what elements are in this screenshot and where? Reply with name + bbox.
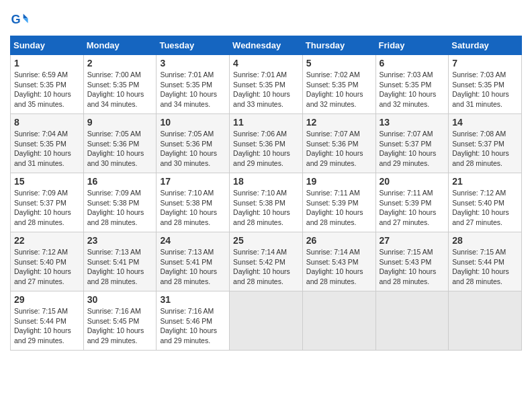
cell-info: Sunrise: 7:10 AM Sunset: 5:38 PM Dayligh… [160,188,226,228]
cell-info: Sunrise: 7:13 AM Sunset: 5:41 PM Dayligh… [87,247,153,287]
calendar-cell: 21 Sunrise: 7:12 AM Sunset: 5:40 PM Dayl… [449,173,522,232]
cell-info: Sunrise: 7:11 AM Sunset: 5:39 PM Dayligh… [380,188,445,228]
col-header-wednesday: Wednesday [230,36,303,55]
day-number: 15 [14,176,80,187]
calendar-cell: 11 Sunrise: 7:06 AM Sunset: 5:36 PM Dayl… [230,114,303,173]
calendar-cell: 7 Sunrise: 7:03 AM Sunset: 5:35 PM Dayli… [449,55,522,114]
day-number: 3 [160,58,226,68]
calendar-cell: 20 Sunrise: 7:11 AM Sunset: 5:39 PM Dayl… [375,173,449,232]
cell-info: Sunrise: 7:13 AM Sunset: 5:41 PM Dayligh… [160,247,226,287]
cell-info: Sunrise: 7:15 AM Sunset: 5:44 PM Dayligh… [14,306,80,346]
calendar-cell: 17 Sunrise: 7:10 AM Sunset: 5:38 PM Dayl… [157,173,230,232]
day-number: 7 [452,58,518,68]
day-number: 26 [306,235,372,246]
cell-info: Sunrise: 7:03 AM Sunset: 5:35 PM Dayligh… [452,70,518,109]
cell-info: Sunrise: 7:01 AM Sunset: 5:35 PM Dayligh… [160,70,226,109]
day-number: 17 [160,176,226,187]
day-number: 10 [160,117,226,128]
calendar-cell: 23 Sunrise: 7:13 AM Sunset: 5:41 PM Dayl… [83,232,157,291]
day-number: 20 [380,176,445,187]
day-number: 4 [233,58,299,68]
calendar-cell: 22 Sunrise: 7:12 AM Sunset: 5:40 PM Dayl… [11,232,84,291]
cell-info: Sunrise: 7:16 AM Sunset: 5:45 PM Dayligh… [87,306,153,346]
cell-info: Sunrise: 7:05 AM Sunset: 5:36 PM Dayligh… [87,129,153,169]
day-number: 18 [233,176,299,187]
calendar-cell [230,291,303,351]
calendar-cell: 4 Sunrise: 7:01 AM Sunset: 5:35 PM Dayli… [230,55,303,114]
cell-info: Sunrise: 7:12 AM Sunset: 5:40 PM Dayligh… [14,247,80,287]
calendar-cell [375,291,449,351]
day-number: 9 [87,117,153,128]
cell-info: Sunrise: 7:06 AM Sunset: 5:36 PM Dayligh… [233,129,299,169]
day-number: 13 [380,117,445,128]
cell-info: Sunrise: 7:03 AM Sunset: 5:35 PM Dayligh… [380,70,445,109]
calendar-cell: 29 Sunrise: 7:15 AM Sunset: 5:44 PM Dayl… [11,291,84,351]
week-row-3: 15 Sunrise: 7:09 AM Sunset: 5:37 PM Dayl… [11,173,522,232]
week-row-1: 1 Sunrise: 6:59 AM Sunset: 5:35 PM Dayli… [11,55,522,114]
cell-info: Sunrise: 7:15 AM Sunset: 5:43 PM Dayligh… [380,247,445,287]
day-number: 16 [87,176,153,187]
cell-info: Sunrise: 7:11 AM Sunset: 5:39 PM Dayligh… [306,188,372,228]
col-header-saturday: Saturday [449,36,522,55]
day-number: 25 [233,235,299,246]
calendar-cell: 19 Sunrise: 7:11 AM Sunset: 5:39 PM Dayl… [302,173,375,232]
calendar-cell [302,291,375,351]
cell-info: Sunrise: 7:08 AM Sunset: 5:37 PM Dayligh… [452,129,518,169]
week-row-4: 22 Sunrise: 7:12 AM Sunset: 5:40 PM Dayl… [11,232,522,291]
day-number: 28 [452,235,518,246]
cell-info: Sunrise: 7:05 AM Sunset: 5:36 PM Dayligh… [160,129,226,169]
cell-info: Sunrise: 7:14 AM Sunset: 5:43 PM Dayligh… [306,247,372,287]
day-number: 2 [87,58,153,68]
day-number: 29 [14,294,80,305]
day-number: 22 [14,235,80,246]
week-row-5: 29 Sunrise: 7:15 AM Sunset: 5:44 PM Dayl… [11,291,522,351]
day-number: 31 [160,294,226,305]
cell-info: Sunrise: 7:02 AM Sunset: 5:35 PM Dayligh… [306,70,372,109]
day-number: 11 [233,117,299,128]
logo: G [10,10,32,29]
day-number: 6 [380,58,445,68]
calendar-cell [449,291,522,351]
calendar-cell: 13 Sunrise: 7:07 AM Sunset: 5:37 PM Dayl… [375,114,449,173]
cell-info: Sunrise: 7:12 AM Sunset: 5:40 PM Dayligh… [452,188,518,228]
cell-info: Sunrise: 7:09 AM Sunset: 5:38 PM Dayligh… [87,188,153,228]
page-header: G [10,10,522,29]
cell-info: Sunrise: 7:01 AM Sunset: 5:35 PM Dayligh… [233,70,299,109]
cell-info: Sunrise: 7:07 AM Sunset: 5:37 PM Dayligh… [380,129,445,169]
day-number: 27 [380,235,445,246]
calendar-table: SundayMondayTuesdayWednesdayThursdayFrid… [10,36,522,351]
logo-icon: G [10,10,29,29]
calendar-cell: 31 Sunrise: 7:16 AM Sunset: 5:46 PM Dayl… [157,291,230,351]
svg-marker-2 [24,19,28,24]
day-number: 12 [306,117,372,128]
calendar-cell: 10 Sunrise: 7:05 AM Sunset: 5:36 PM Dayl… [157,114,230,173]
calendar-cell: 6 Sunrise: 7:03 AM Sunset: 5:35 PM Dayli… [375,55,449,114]
calendar-cell: 3 Sunrise: 7:01 AM Sunset: 5:35 PM Dayli… [157,55,230,114]
col-header-thursday: Thursday [302,36,375,55]
calendar-cell: 12 Sunrise: 7:07 AM Sunset: 5:36 PM Dayl… [302,114,375,173]
svg-text:G: G [11,13,20,26]
calendar-cell: 18 Sunrise: 7:10 AM Sunset: 5:38 PM Dayl… [230,173,303,232]
calendar-cell: 5 Sunrise: 7:02 AM Sunset: 5:35 PM Dayli… [302,55,375,114]
cell-info: Sunrise: 7:07 AM Sunset: 5:36 PM Dayligh… [306,129,372,169]
col-header-sunday: Sunday [11,36,84,55]
col-header-tuesday: Tuesday [157,36,230,55]
cell-info: Sunrise: 7:15 AM Sunset: 5:44 PM Dayligh… [452,247,518,287]
calendar-cell: 30 Sunrise: 7:16 AM Sunset: 5:45 PM Dayl… [83,291,157,351]
cell-info: Sunrise: 7:10 AM Sunset: 5:38 PM Dayligh… [233,188,299,228]
calendar-cell: 27 Sunrise: 7:15 AM Sunset: 5:43 PM Dayl… [375,232,449,291]
cell-info: Sunrise: 7:14 AM Sunset: 5:42 PM Dayligh… [233,247,299,287]
calendar-cell: 8 Sunrise: 7:04 AM Sunset: 5:35 PM Dayli… [11,114,84,173]
day-number: 21 [452,176,518,187]
cell-info: Sunrise: 6:59 AM Sunset: 5:35 PM Dayligh… [14,70,80,109]
svg-marker-1 [24,14,28,19]
calendar-cell: 28 Sunrise: 7:15 AM Sunset: 5:44 PM Dayl… [449,232,522,291]
day-number: 8 [14,117,80,128]
cell-info: Sunrise: 7:09 AM Sunset: 5:37 PM Dayligh… [14,188,80,228]
day-number: 5 [306,58,372,68]
day-number: 23 [87,235,153,246]
calendar-cell: 15 Sunrise: 7:09 AM Sunset: 5:37 PM Dayl… [11,173,84,232]
calendar-cell: 16 Sunrise: 7:09 AM Sunset: 5:38 PM Dayl… [83,173,157,232]
day-number: 14 [452,117,518,128]
cell-info: Sunrise: 7:16 AM Sunset: 5:46 PM Dayligh… [160,306,226,346]
